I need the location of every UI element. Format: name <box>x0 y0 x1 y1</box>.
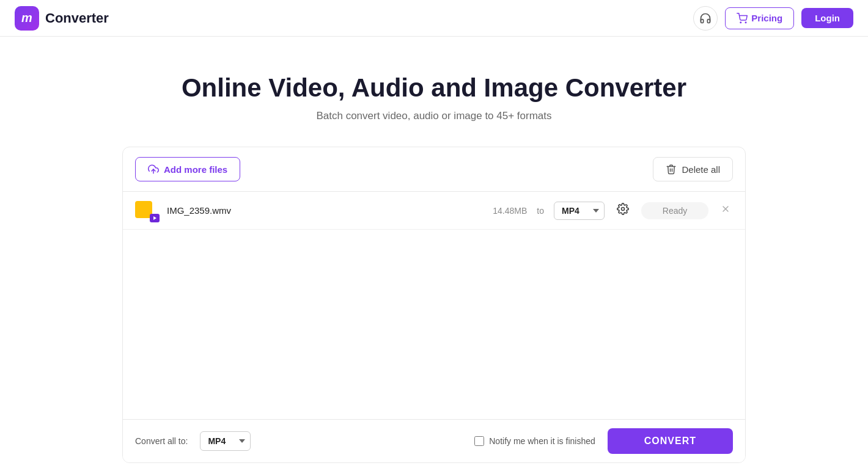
header-left: m Converter <box>15 6 109 31</box>
status-badge: Ready <box>641 202 708 219</box>
file-type-icon <box>135 201 157 221</box>
hero-title: Online Video, Audio and Image Converter <box>12 73 856 103</box>
to-label: to <box>537 206 544 216</box>
svg-point-0 <box>740 22 741 23</box>
svg-marker-3 <box>153 216 156 220</box>
gear-icon <box>617 203 629 215</box>
file-name: IMG_2359.wmv <box>167 205 483 216</box>
cart-icon <box>737 13 748 24</box>
app-name: Converter <box>45 10 109 26</box>
settings-button[interactable] <box>614 200 631 221</box>
footer-right: Notify me when it is finished CONVERT <box>474 428 733 454</box>
converter-container: Add more files Delete all <box>122 147 746 463</box>
convert-button[interactable]: CONVERT <box>608 428 733 454</box>
converter-body <box>123 230 745 419</box>
converter-footer: Convert all to: MP4 AVI MOV MKV WMV FLV … <box>123 419 745 462</box>
svg-point-1 <box>746 22 747 23</box>
svg-point-4 <box>622 208 625 211</box>
login-button[interactable]: Login <box>801 8 853 28</box>
file-size: 14.48MB <box>493 206 527 216</box>
play-icon <box>153 216 157 221</box>
file-icon-play <box>150 214 160 222</box>
file-row: IMG_2359.wmv 14.48MB to MP4 AVI MOV MKV … <box>123 192 745 230</box>
add-files-button[interactable]: Add more files <box>135 157 240 181</box>
footer-left: Convert all to: MP4 AVI MOV MKV WMV FLV … <box>135 431 251 451</box>
hero-section: Online Video, Audio and Image Converter … <box>0 37 868 147</box>
logo-icon: m <box>15 6 39 31</box>
converter-toolbar: Add more files Delete all <box>123 147 745 192</box>
convert-all-select[interactable]: MP4 AVI MOV MKV WMV FLV WebM <box>200 431 251 451</box>
trash-icon <box>666 164 677 175</box>
converter-wrapper: Add more files Delete all <box>0 147 868 471</box>
headphones-icon <box>699 12 712 24</box>
notify-text: Notify me when it is finished <box>489 436 595 446</box>
close-icon <box>721 204 730 214</box>
add-files-label: Add more files <box>164 164 227 175</box>
pricing-button[interactable]: Pricing <box>725 7 794 29</box>
delete-all-button[interactable]: Delete all <box>653 157 733 181</box>
hero-subtitle: Batch convert video, audio or image to 4… <box>12 110 856 122</box>
delete-all-label: Delete all <box>682 164 720 175</box>
notify-label[interactable]: Notify me when it is finished <box>474 436 595 446</box>
convert-all-label: Convert all to: <box>135 436 188 446</box>
format-select[interactable]: MP4 AVI MOV MKV WMV FLV WebM <box>554 202 605 220</box>
notify-checkbox[interactable] <box>474 436 484 446</box>
upload-icon <box>148 164 159 175</box>
header-right: Pricing Login <box>693 6 853 31</box>
header: m Converter Pricing Login <box>0 0 868 37</box>
close-file-button[interactable] <box>718 202 733 219</box>
headphones-button[interactable] <box>693 6 718 31</box>
pricing-label: Pricing <box>751 13 782 23</box>
